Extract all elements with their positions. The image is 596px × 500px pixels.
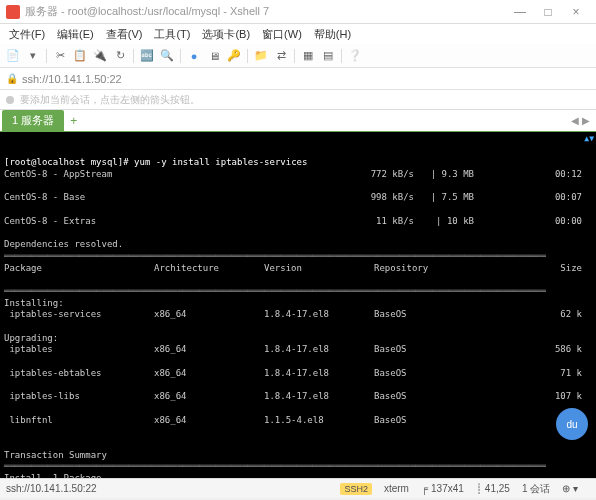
menu-tools[interactable]: 工具(T) <box>149 25 195 44</box>
title-bar: 服务器 - root@localhost:/usr/local/mysql - … <box>0 0 596 24</box>
menu-file[interactable]: 文件(F) <box>4 25 50 44</box>
folder-icon[interactable]: 📁 <box>252 47 270 65</box>
status-address: ssh://10.141.1.50:22 <box>6 483 97 494</box>
cascade-icon[interactable]: ▤ <box>319 47 337 65</box>
menu-tabs[interactable]: 选项卡(B) <box>197 25 255 44</box>
status-pos: ┊ 41,25 <box>476 483 510 494</box>
status-plus-icon[interactable]: ⊕ ▾ <box>562 483 578 494</box>
hint-text: 要添加当前会话，点击左侧的箭头按钮。 <box>20 93 200 107</box>
ssh-badge: SSH2 <box>340 483 372 495</box>
session-tab[interactable]: 1 服务器 <box>2 110 64 131</box>
hint-bar: 要添加当前会话，点击左侧的箭头按钮。 <box>0 90 596 110</box>
search-icon[interactable]: 🔍 <box>158 47 176 65</box>
transfer-icon[interactable]: ⇄ <box>272 47 290 65</box>
color-icon[interactable]: ● <box>185 47 203 65</box>
status-term: xterm <box>384 483 409 494</box>
minimize-button[interactable]: — <box>506 5 534 19</box>
hint-dot-icon <box>6 96 14 104</box>
window-controls: — □ × <box>506 5 590 19</box>
menu-help[interactable]: 帮助(H) <box>309 25 356 44</box>
scroll-indicator: ▲▼ <box>584 134 594 144</box>
window-title: 服务器 - root@localhost:/usr/local/mysql - … <box>25 4 506 19</box>
toolbar: 📄 ▾ ✂ 📋 🔌 ↻ 🔤 🔍 ● 🖥 🔑 📁 ⇄ ▦ ▤ ❔ <box>0 44 596 68</box>
dropdown-icon[interactable]: ▾ <box>24 47 42 65</box>
tab-label: 1 服务器 <box>12 113 54 128</box>
key-icon[interactable]: 🔑 <box>225 47 243 65</box>
float-button[interactable]: du <box>556 408 588 440</box>
status-sessions: 1 会话 <box>522 482 550 496</box>
font-icon[interactable]: 🔤 <box>138 47 156 65</box>
tab-bar: 1 服务器 + ◀ ▶ <box>0 110 596 132</box>
tab-arrow-icon[interactable]: ◀ ▶ <box>567 115 594 126</box>
tile-icon[interactable]: ▦ <box>299 47 317 65</box>
reconnect-icon[interactable]: ↻ <box>111 47 129 65</box>
terminal-output[interactable]: ▲▼ [root@localhost mysql]# yum -y instal… <box>0 132 596 478</box>
menu-window[interactable]: 窗口(W) <box>257 25 307 44</box>
connect-icon[interactable]: 🔌 <box>91 47 109 65</box>
maximize-button[interactable]: □ <box>534 5 562 19</box>
close-button[interactable]: × <box>562 5 590 19</box>
menu-edit[interactable]: 编辑(E) <box>52 25 99 44</box>
paste-icon[interactable]: 📋 <box>71 47 89 65</box>
status-bar: ssh://10.141.1.50:22 SSH2 xterm ╒ 137x41… <box>0 478 596 498</box>
new-icon[interactable]: 📄 <box>4 47 22 65</box>
lock-icon: 🔒 <box>6 73 18 84</box>
status-size: ╒ 137x41 <box>421 483 464 494</box>
menu-view[interactable]: 查看(V) <box>101 25 148 44</box>
menu-bar: 文件(F) 编辑(E) 查看(V) 工具(T) 选项卡(B) 窗口(W) 帮助(… <box>0 24 596 44</box>
add-tab-button[interactable]: + <box>64 112 83 130</box>
help-icon[interactable]: ❔ <box>346 47 364 65</box>
app-icon <box>6 5 20 19</box>
address-bar: 🔒 ssh://10.141.1.50:22 <box>0 68 596 90</box>
address-url[interactable]: ssh://10.141.1.50:22 <box>22 73 122 85</box>
copy-icon[interactable]: ✂ <box>51 47 69 65</box>
screen-icon[interactable]: 🖥 <box>205 47 223 65</box>
